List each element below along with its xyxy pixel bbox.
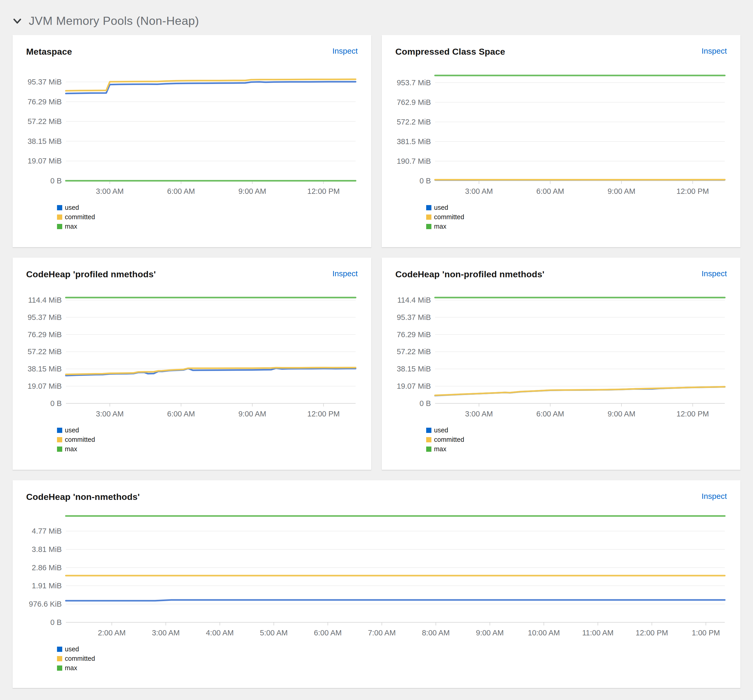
card-header: CodeHeap 'non-profiled nmethods' Inspect (395, 269, 727, 280)
legend-item-max[interactable]: max (57, 445, 358, 453)
legend-item-used[interactable]: used (57, 427, 358, 434)
x-tick-label: 6:00 AM (167, 187, 195, 195)
section-header: JVM Memory Pools (Non-Heap) (0, 0, 753, 35)
y-tick-label: 114.4 MiB (398, 296, 431, 304)
committed-series-line (435, 387, 725, 395)
used-swatch-icon (426, 205, 432, 210)
y-tick-label: 3.81 MiB (32, 545, 62, 553)
card-header: CodeHeap 'non-nmethods' Inspect (26, 492, 727, 502)
legend-item-used[interactable]: used (426, 204, 727, 211)
line-chart-canvas[interactable]: 0 B19.07 MiB38.15 MiB57.22 MiB76.29 MiB9… (26, 68, 358, 196)
chart-card-grid: Metaspace Inspect 0 B19.07 MiB38.15 MiB5… (0, 35, 753, 688)
inspect-link[interactable]: Inspect (332, 269, 358, 278)
inspect-link[interactable]: Inspect (702, 269, 727, 278)
x-tick-label: 4:00 AM (206, 628, 234, 637)
chart-card-codeheap-non-nmethods: CodeHeap 'non-nmethods' Inspect 0 B976.6… (12, 480, 741, 688)
y-tick-label: 19.07 MiB (28, 157, 62, 165)
section-title: JVM Memory Pools (Non-Heap) (29, 14, 199, 28)
inspect-link[interactable]: Inspect (702, 47, 727, 55)
max-swatch-icon (57, 666, 62, 671)
chevron-down-icon[interactable] (12, 16, 22, 26)
legend-label: committed (65, 213, 95, 221)
x-tick-label: 3:00 AM (152, 628, 179, 637)
y-tick-label: 38.15 MiB (28, 365, 62, 373)
x-tick-label: 6:00 AM (314, 628, 342, 637)
y-tick-label: 95.37 MiB (28, 313, 62, 322)
x-tick-label: 9:00 AM (239, 187, 266, 195)
x-tick-label: 1:00 PM (692, 628, 720, 637)
legend-label: max (65, 223, 77, 230)
max-swatch-icon (426, 224, 432, 229)
x-tick-label: 12:00 PM (307, 187, 340, 195)
legend-label: used (434, 427, 448, 434)
x-tick-label: 9:00 AM (608, 187, 635, 195)
legend-label: used (434, 204, 448, 211)
legend-item-max[interactable]: max (57, 223, 358, 230)
max-swatch-icon (57, 447, 62, 452)
legend-label: max (434, 445, 446, 453)
committed-swatch-icon (57, 214, 62, 220)
legend-label: committed (65, 436, 95, 444)
y-tick-label: 2.86 MiB (32, 564, 62, 572)
x-tick-label: 6:00 AM (536, 409, 564, 418)
chart-legend: usedcommittedmax (426, 204, 727, 230)
y-tick-label: 76.29 MiB (28, 330, 62, 339)
line-chart-canvas[interactable]: 0 B19.07 MiB38.15 MiB57.22 MiB76.29 MiB9… (395, 291, 727, 419)
x-tick-label: 6:00 AM (167, 409, 195, 418)
legend-item-committed[interactable]: committed (57, 655, 727, 662)
y-tick-label: 38.15 MiB (397, 365, 431, 373)
legend-item-max[interactable]: max (57, 664, 727, 672)
x-tick-label: 12:00 PM (307, 409, 340, 418)
chart-card-compressed-class-space: Compressed Class Space Inspect 0 B190.7 … (382, 35, 741, 247)
y-tick-label: 1.91 MiB (32, 581, 62, 590)
legend-item-committed[interactable]: committed (57, 436, 358, 444)
y-tick-label: 572.2 MiB (397, 118, 431, 126)
card-header: Compressed Class Space Inspect (395, 47, 727, 57)
line-chart-canvas[interactable]: 0 B976.6 KiB1.91 MiB2.86 MiB3.81 MiB4.77… (26, 510, 727, 638)
chart-card-codeheap-profiled-nmethods: CodeHeap 'profiled nmethods' Inspect 0 B… (12, 258, 371, 470)
x-tick-label: 8:00 AM (422, 628, 450, 637)
x-tick-label: 10:00 AM (528, 628, 560, 637)
x-tick-label: 3:00 AM (96, 187, 124, 195)
x-tick-label: 3:00 AM (465, 187, 493, 195)
legend-label: max (65, 664, 77, 672)
chart-title: Metaspace (26, 47, 72, 57)
chart-legend: usedcommittedmax (57, 427, 358, 453)
inspect-link[interactable]: Inspect (332, 47, 358, 55)
used-swatch-icon (57, 428, 62, 433)
y-tick-label: 0 B (50, 618, 62, 627)
line-chart-canvas[interactable]: 0 B190.7 MiB381.5 MiB572.2 MiB762.9 MiB9… (395, 68, 727, 196)
y-tick-label: 0 B (419, 177, 431, 185)
chart-title: Compressed Class Space (395, 47, 505, 57)
inspect-link[interactable]: Inspect (702, 492, 727, 501)
legend-item-committed[interactable]: committed (57, 213, 358, 221)
legend-item-used[interactable]: used (57, 645, 727, 653)
line-chart-canvas[interactable]: 0 B19.07 MiB38.15 MiB57.22 MiB76.29 MiB9… (26, 291, 358, 419)
y-tick-label: 762.9 MiB (397, 98, 431, 106)
y-tick-label: 0 B (50, 399, 62, 408)
chart-legend: usedcommittedmax (57, 204, 358, 230)
x-tick-label: 9:00 AM (476, 628, 504, 637)
y-tick-label: 19.07 MiB (28, 382, 62, 390)
legend-item-max[interactable]: max (426, 445, 727, 453)
legend-item-committed[interactable]: committed (426, 436, 727, 444)
max-swatch-icon (426, 447, 432, 452)
y-tick-label: 19.07 MiB (397, 382, 431, 390)
x-tick-label: 9:00 AM (608, 409, 635, 418)
y-tick-label: 953.7 MiB (397, 78, 431, 87)
x-tick-label: 3:00 AM (465, 409, 493, 418)
legend-label: max (434, 223, 446, 230)
chart-legend: usedcommittedmax (426, 427, 727, 453)
x-tick-label: 6:00 AM (536, 187, 564, 195)
y-tick-label: 95.37 MiB (28, 78, 62, 86)
used-swatch-icon (57, 647, 62, 652)
legend-item-max[interactable]: max (426, 223, 727, 230)
legend-label: committed (434, 436, 464, 444)
x-tick-label: 12:00 PM (677, 409, 709, 418)
legend-item-used[interactable]: used (426, 427, 727, 434)
y-tick-label: 95.37 MiB (397, 313, 431, 322)
legend-item-committed[interactable]: committed (426, 213, 727, 221)
y-tick-label: 57.22 MiB (28, 117, 62, 125)
legend-item-used[interactable]: used (57, 204, 358, 211)
y-tick-label: 76.29 MiB (397, 330, 431, 339)
